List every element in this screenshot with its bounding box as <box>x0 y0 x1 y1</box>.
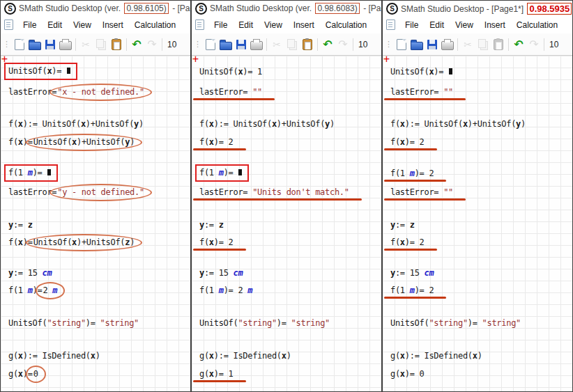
math-expression[interactable]: f(x)= 2 <box>198 237 235 248</box>
title-bar[interactable]: SSMath Studio Desktop (ver. 0.98.6105) -… <box>1 1 190 16</box>
title-bar[interactable]: SSMath Studio Desktop (ver. 0.98.6083) -… <box>192 1 381 16</box>
unit-token: cm <box>43 268 52 278</box>
worksheet-canvas[interactable]: +UnitsOf(x)= lastError="x - not defined.… <box>1 56 190 391</box>
new-file-button[interactable] <box>12 36 27 53</box>
print-button[interactable] <box>249 36 264 53</box>
math-expression[interactable]: f(1 m)= <box>7 168 58 182</box>
toolbar-grip-icon[interactable]: ⋮ <box>385 40 392 49</box>
menu-item-file[interactable]: File <box>17 18 42 32</box>
worksheet-canvas[interactable]: +UnitsOf(x)= 1lastError= ""f(x):= UnitsO… <box>192 56 381 391</box>
math-expression[interactable]: lastError="x - not defined." <box>7 86 147 97</box>
menu-item-view[interactable]: View <box>450 18 479 32</box>
menu-item-calculation[interactable]: Calculation <box>320 18 372 32</box>
math-expression[interactable]: g(x)=0 <box>7 368 41 379</box>
open-file-button[interactable] <box>218 36 234 53</box>
math-expression[interactable]: UnitsOf("string")= "string" <box>389 317 522 329</box>
menu-item-edit[interactable]: Edit <box>42 18 68 32</box>
math-expression[interactable]: lastError= "Units don't match." <box>198 187 351 198</box>
math-expression[interactable]: UnitsOf(x)= <box>7 66 77 80</box>
math-expression[interactable]: f(x):= UnitsOf(x)+UnitsOf(y) <box>198 118 336 130</box>
save-file-button[interactable] <box>425 36 440 53</box>
string-token: "string" <box>429 318 467 328</box>
math-expression[interactable]: f(x)= 2 <box>389 136 426 148</box>
math-expression[interactable]: y:= 15 cm <box>198 267 244 279</box>
document-icon <box>4 19 13 30</box>
string-token: "" <box>443 187 453 197</box>
menu-item-insert[interactable]: Insert <box>288 18 320 32</box>
math-expression[interactable]: f(x)=UnitsOf(x)+UnitsOf(z) <box>7 237 137 248</box>
string-token: "string" <box>238 318 276 328</box>
menu-item-view[interactable]: View <box>68 18 97 32</box>
math-expression[interactable]: y:= 15 cm <box>389 267 435 279</box>
string-token: "string" <box>291 318 330 328</box>
math-expression[interactable]: g(x):= IsDefined(x) <box>7 350 102 361</box>
string-token: "string" <box>100 318 139 328</box>
menu-item-file[interactable]: File <box>208 18 233 32</box>
math-expression[interactable]: UnitsOf(x)= <box>389 66 454 77</box>
paste-button[interactable] <box>109 36 124 53</box>
menu-item-edit[interactable]: Edit <box>233 18 259 32</box>
menu-item-edit[interactable]: Edit <box>424 18 450 32</box>
math-expression[interactable]: UnitsOf("string")= "string" <box>198 317 331 329</box>
math-expression[interactable]: lastError= "" <box>389 86 454 97</box>
math-expression[interactable]: g(x)= 1 <box>198 368 235 379</box>
menu-item-insert[interactable]: Insert <box>479 18 511 32</box>
undo-button[interactable]: ↶ <box>129 36 144 53</box>
print-button[interactable] <box>440 36 455 53</box>
math-expression[interactable]: f(x)= 2 <box>389 237 426 248</box>
menu-item-file[interactable]: File <box>399 18 424 32</box>
math-expression[interactable]: y:= z <box>198 219 225 230</box>
math-expression[interactable]: f(1 m)= <box>198 168 249 182</box>
math-expression[interactable]: lastError= "" <box>389 187 454 198</box>
save-file-button[interactable] <box>43 36 58 53</box>
print-button[interactable] <box>58 36 73 53</box>
app-window-smath-5935: SSMath Studio Desktop - [Page1*] 0.98.59… <box>382 0 573 392</box>
toolbar-grip-icon[interactable]: ⋮ <box>194 40 201 49</box>
math-expression[interactable]: f(1 m)= 2 m <box>198 285 254 296</box>
undo-button[interactable]: ↶ <box>511 36 526 53</box>
math-expression[interactable]: f(x):= UnitsOf(x)+UnitsOf(y) <box>7 118 145 130</box>
math-expression[interactable]: g(x)= 0 <box>389 368 426 379</box>
worksheet-canvas[interactable]: +UnitsOf(x)= lastError= ""f(x):= UnitsOf… <box>383 56 572 391</box>
toolbar-separator <box>544 38 544 51</box>
math-expression[interactable]: g(x):= IsDefined(x) <box>389 350 484 361</box>
math-expression[interactable]: f(x)= 2 <box>198 136 235 148</box>
title-bar[interactable]: SSMath Studio Desktop - [Page1*] 0.98.59… <box>383 1 572 16</box>
menu-item-calculation[interactable]: Calculation <box>129 18 181 32</box>
save-file-button[interactable] <box>234 36 249 53</box>
variable-token: x <box>18 369 23 379</box>
math-expression[interactable]: UnitsOf("string")= "string" <box>7 317 140 329</box>
menu-item-insert[interactable]: Insert <box>97 18 129 32</box>
math-expression[interactable]: lastError="y - not defined." <box>7 187 147 198</box>
font-size-value[interactable]: 10 <box>167 40 176 49</box>
math-expression[interactable]: UnitsOf(x)= 1 <box>198 66 263 77</box>
undo-button[interactable]: ↶ <box>320 36 335 53</box>
math-expression[interactable]: f(1 m)= 2 <box>389 168 435 179</box>
text-token: )= <box>33 168 47 178</box>
math-expression[interactable]: f(x)=UnitsOf(x)+UnitsOf(y) <box>7 136 137 148</box>
unit-token: m <box>219 285 224 295</box>
open-file-button[interactable] <box>409 36 425 53</box>
text-token: )= <box>434 67 448 77</box>
math-expression[interactable]: y:= 15 cm <box>7 267 53 279</box>
menu-item-calculation[interactable]: Calculation <box>511 18 563 32</box>
annotation-box: UnitsOf(x)= <box>4 63 77 80</box>
toolbar-grip-icon[interactable]: ⋮ <box>3 40 10 49</box>
expression-content: UnitsOf(x)= <box>389 66 454 77</box>
math-expression[interactable]: f(1 m)= 2 <box>389 285 435 296</box>
font-size-value[interactable]: 10 <box>549 40 558 49</box>
text-token: UnitsOf( <box>390 318 429 328</box>
menu-item-view[interactable]: View <box>259 18 288 32</box>
math-expression[interactable]: f(x):= UnitsOf(x)+UnitsOf(y) <box>389 118 527 130</box>
open-file-button[interactable] <box>27 36 43 53</box>
math-expression[interactable]: g(x):= IsDefined(x) <box>198 350 293 361</box>
math-expression[interactable]: lastError= "" <box>198 86 263 97</box>
new-file-button[interactable] <box>203 36 218 53</box>
new-file-button[interactable] <box>394 36 409 53</box>
math-expression[interactable]: f(1 m)=2 m <box>7 285 60 296</box>
math-expression[interactable]: y:= z <box>389 219 416 230</box>
variable-token: x <box>18 351 23 361</box>
math-expression[interactable]: y:= z <box>7 219 34 230</box>
font-size-value[interactable]: 10 <box>358 40 367 49</box>
paste-button[interactable] <box>300 36 315 53</box>
